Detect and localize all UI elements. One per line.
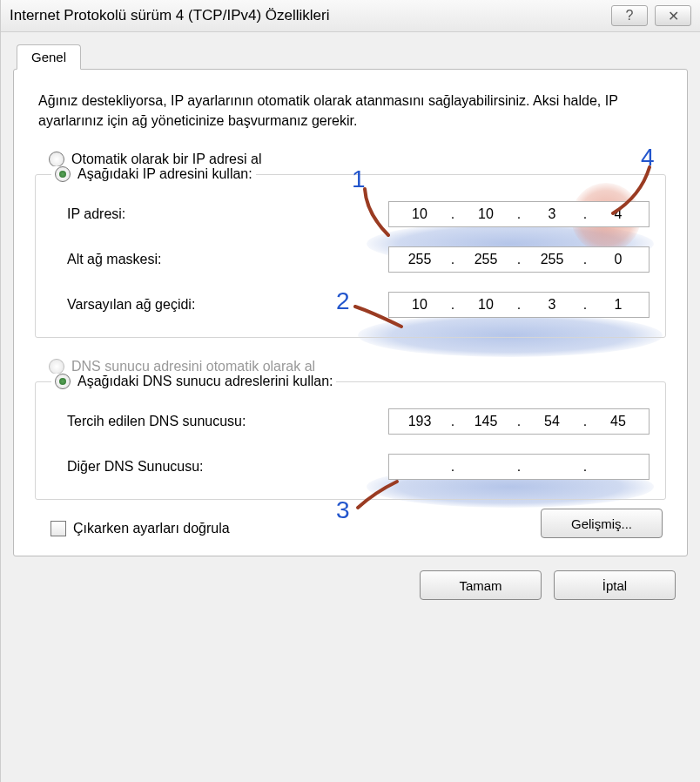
gw-oct3[interactable]: 3 (522, 297, 582, 313)
dns1-oct3[interactable]: 54 (522, 414, 582, 429)
row-ip-address: IP adresi: 10. 10. 3. 4 (67, 201, 650, 227)
radio-icon (49, 359, 64, 374)
row-subnet: Alt ağ maskesi: 255. 255. 255. 0 (67, 246, 650, 273)
radio-label: Otomatik olarak bir IP adresi al (71, 152, 261, 167)
annot-4: 4 (641, 144, 655, 172)
checkbox-icon (50, 521, 66, 536)
description-text: Ağınız destekliyorsa, IP ayarlarının oto… (38, 91, 663, 131)
mask-oct3[interactable]: 255 (522, 252, 582, 267)
mask-oct1[interactable]: 255 (389, 252, 450, 267)
row-gateway: Varsayılan ağ geçidi: 10. 10. 3. 1 (67, 292, 650, 318)
radio-icon (55, 374, 71, 389)
radio-label: Aşağıdaki DNS sunucu adreslerini kullan: (77, 374, 333, 389)
tab-general[interactable]: Genel (17, 44, 81, 70)
mask-oct2[interactable]: 255 (455, 252, 516, 267)
annot-2: 2 (336, 287, 350, 315)
ip-oct1[interactable]: 10 (389, 206, 450, 222)
input-subnet[interactable]: 255. 255. 255. 0 (388, 246, 650, 273)
titlebar: Internet Protokolü sürüm 4 (TCP/IPv4) Öz… (1, 0, 700, 32)
label-dns2: Diğer DNS Sunucusu: (67, 459, 388, 475)
dns1-oct1[interactable]: 193 (389, 414, 450, 429)
label-dns1: Tercih edilen DNS sunucusu: (67, 414, 388, 429)
help-button[interactable]: ? (611, 5, 648, 26)
ip-oct3[interactable]: 3 (522, 206, 582, 222)
radio-manual-dns[interactable]: Aşağıdaki DNS sunucu adreslerini kullan: (55, 374, 333, 389)
gw-oct2[interactable]: 10 (455, 297, 516, 313)
row-dns1: Tercih edilen DNS sunucusu: 193. 145. 54… (67, 408, 650, 435)
gw-oct4[interactable]: 1 (588, 297, 649, 313)
radio-manual-ip[interactable]: Aşağıdaki IP adresini kullan: (55, 166, 252, 182)
ipv4-properties-window: Internet Protokolü sürüm 4 (TCP/IPv4) Öz… (0, 0, 700, 782)
mask-oct4[interactable]: 0 (588, 252, 649, 267)
radio-label: DNS sunucu adresini otomatik olarak al (71, 359, 315, 374)
window-title: Internet Protokolü sürüm 4 (TCP/IPv4) Öz… (10, 7, 604, 24)
ok-button[interactable]: Tamam (420, 570, 542, 600)
dns1-oct4[interactable]: 45 (588, 414, 649, 429)
annot-3: 3 (336, 496, 350, 524)
tab-strip: Genel (13, 44, 688, 70)
input-dns1[interactable]: 193. 145. 54. 45 (388, 408, 650, 435)
radio-icon (49, 152, 64, 167)
annot-1: 1 (352, 165, 366, 193)
group-manual-dns: Aşağıdaki DNS sunucu adreslerini kullan:… (35, 381, 666, 500)
group-manual-ip: Aşağıdaki IP adresini kullan: IP adresi:… (35, 174, 666, 338)
cancel-button[interactable]: İptal (554, 570, 676, 600)
label-subnet: Alt ağ maskesi: (67, 252, 388, 267)
dns1-oct2[interactable]: 145 (455, 414, 516, 429)
input-ip-address[interactable]: 10. 10. 3. 4 (388, 201, 650, 227)
general-panel: Ağınız destekliyorsa, IP ayarlarının oto… (13, 69, 688, 556)
radio-label: Aşağıdaki IP adresini kullan: (77, 166, 252, 182)
row-dns2: Diğer DNS Sunucusu: . . . (67, 454, 650, 480)
radio-auto-dns: DNS sunucu adresini otomatik olarak al (49, 359, 666, 374)
close-button[interactable]: ✕ (655, 5, 691, 26)
input-gateway[interactable]: 10. 10. 3. 1 (388, 292, 650, 318)
ip-oct4[interactable]: 4 (588, 206, 649, 222)
ip-oct2[interactable]: 10 (455, 206, 516, 222)
radio-icon (55, 166, 71, 182)
dialog-footer: Tamam İptal (13, 556, 688, 600)
label-ip: IP adresi: (67, 206, 388, 222)
gw-oct1[interactable]: 10 (389, 297, 450, 313)
advanced-button[interactable]: Gelişmiş... (541, 509, 663, 538)
input-dns2[interactable]: . . . (388, 454, 650, 480)
checkbox-label: Çıkarken ayarları doğrula (73, 521, 230, 536)
content-area: Genel Ağınız destekliyorsa, IP ayarların… (1, 32, 700, 612)
